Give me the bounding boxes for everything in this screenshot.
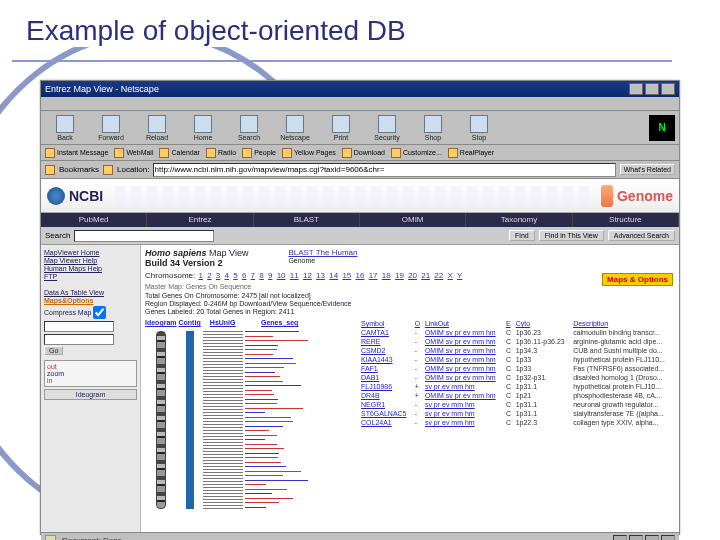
close-button[interactable] (661, 83, 675, 95)
track-contig[interactable]: Contig (179, 319, 201, 509)
url-input[interactable] (153, 163, 615, 177)
chrom-link-18[interactable]: 18 (382, 271, 391, 280)
chrom-link-21[interactable]: 21 (421, 271, 430, 280)
ncbi-tabbar: PubMed Entrez BLAST OMIM Taxonomy Struct… (41, 213, 679, 227)
chrom-link-4[interactable]: 4 (225, 271, 229, 280)
chrom-link-7[interactable]: 7 (251, 271, 255, 280)
maps-options-button[interactable]: Maps & Options (602, 273, 673, 286)
search-button[interactable]: Search (229, 115, 269, 141)
chrom-link-22[interactable]: 22 (434, 271, 443, 280)
table-header[interactable]: Cyto (514, 319, 571, 328)
chrom-link-5[interactable]: 5 (233, 271, 237, 280)
chrom-link-2[interactable]: 2 (207, 271, 211, 280)
back-button[interactable]: Back (45, 115, 85, 141)
bookmarks-label[interactable]: Bookmarks (59, 165, 99, 174)
track-hsunig[interactable]: HsUniG (203, 319, 243, 509)
tab-entrez[interactable]: Entrez (147, 213, 253, 227)
people-link[interactable]: People (242, 148, 276, 158)
netscape-button[interactable]: Netscape (275, 115, 315, 141)
customize-link[interactable]: Customize... (391, 148, 442, 158)
chrom-link-X[interactable]: X (448, 271, 453, 280)
reload-button[interactable]: Reload (137, 115, 177, 141)
chrom-link-8[interactable]: 8 (259, 271, 263, 280)
blast-human-link[interactable]: BLAST The Human (288, 248, 357, 257)
sidebar-go-button[interactable]: Go (44, 346, 63, 355)
bookmarks-icon[interactable] (45, 165, 55, 175)
zoom-in-label[interactable]: in (47, 377, 134, 384)
sidebar-input-2[interactable] (44, 334, 114, 345)
tab-omim[interactable]: OMIM (360, 213, 466, 227)
tab-taxonomy[interactable]: Taxonomy (466, 213, 572, 227)
contig-graphic[interactable] (186, 331, 194, 509)
chrom-link-11[interactable]: 11 (290, 271, 299, 280)
advanced-search-button[interactable]: Advanced Search (608, 230, 675, 241)
instant-message-link[interactable]: Instant Message (45, 148, 108, 158)
compress-map-checkbox[interactable] (93, 306, 106, 319)
chrom-link-12[interactable]: 12 (303, 271, 312, 280)
chrom-link-1[interactable]: 1 (198, 271, 202, 280)
chrom-link-16[interactable]: 16 (356, 271, 365, 280)
chrom-link-9[interactable]: 9 (268, 271, 272, 280)
sidebar-human-maps-help[interactable]: Human Maps Help (44, 265, 137, 272)
find-in-view-button[interactable]: Find in This View (539, 230, 604, 241)
stop-button[interactable]: Stop (459, 115, 499, 141)
forward-button[interactable]: Forward (91, 115, 131, 141)
chrom-link-15[interactable]: 15 (342, 271, 351, 280)
minimize-button[interactable] (629, 83, 643, 95)
sidebar-data-table-view[interactable]: Data As Table View (44, 289, 137, 296)
chrom-link-14[interactable]: 14 (329, 271, 338, 280)
chrom-link-13[interactable]: 13 (316, 271, 325, 280)
download-link[interactable]: Download (342, 148, 385, 158)
realplayer-link[interactable]: RealPlayer (448, 148, 494, 158)
status-icon-4[interactable] (661, 535, 675, 541)
chrom-link-6[interactable]: 6 (242, 271, 246, 280)
shop-button[interactable]: Shop (413, 115, 453, 141)
genes-seq-graphic[interactable] (245, 331, 315, 509)
security-button[interactable]: Security (367, 115, 407, 141)
chrom-link-17[interactable]: 17 (369, 271, 378, 280)
table-header[interactable]: E (504, 319, 514, 328)
stats-total-genes: Total Genes On Chromosome: 2475 [all not… (145, 292, 675, 299)
tab-structure[interactable]: Structure (573, 213, 679, 227)
calendar-link[interactable]: Calendar (159, 148, 199, 158)
header-graphic (115, 186, 589, 206)
browser-menubar[interactable] (41, 97, 679, 111)
chrom-link-10[interactable]: 10 (277, 271, 286, 280)
track-genes-seq[interactable]: Genes_seq (245, 319, 315, 509)
radio-link[interactable]: Radio (206, 148, 236, 158)
ideogram-graphic[interactable] (156, 331, 166, 509)
status-icon-2[interactable] (629, 535, 643, 541)
track-ideogram[interactable]: Ideogram (145, 319, 177, 509)
ncbi-logo[interactable]: NCBI (47, 187, 103, 205)
sidebar-mapviewer-home[interactable]: MapViewer Home (44, 249, 137, 256)
chrom-link-20[interactable]: 20 (408, 271, 417, 280)
chrom-link-19[interactable]: 19 (395, 271, 404, 280)
sidebar-input-1[interactable] (44, 321, 114, 332)
table-header[interactable]: LinkOut (423, 319, 504, 328)
genome-logo[interactable]: Genome (601, 185, 673, 207)
table-header[interactable]: O (413, 319, 423, 328)
sidebar-ftp[interactable]: FTP (44, 273, 137, 280)
security-lock-icon[interactable] (45, 535, 56, 540)
chrom-link-3[interactable]: 3 (216, 271, 220, 280)
search-input[interactable] (74, 230, 214, 242)
find-button[interactable]: Find (509, 230, 535, 241)
tab-pubmed[interactable]: PubMed (41, 213, 147, 227)
sidebar-maps-options[interactable]: Maps&Options (44, 297, 137, 304)
zoom-out-label[interactable]: out (47, 363, 134, 370)
table-header[interactable]: Symbol (359, 319, 413, 328)
status-icon-1[interactable] (613, 535, 627, 541)
sidebar-mapviewer-help[interactable]: Map Viewer Help (44, 257, 137, 264)
table-header[interactable]: Description (571, 319, 675, 328)
zoom-control[interactable]: out zoom in (44, 360, 137, 387)
home-button[interactable]: Home (183, 115, 223, 141)
whats-related-button[interactable]: What's Related (620, 164, 675, 175)
webmail-link[interactable]: WebMail (114, 148, 153, 158)
chrom-link-Y[interactable]: Y (457, 271, 462, 280)
maximize-button[interactable] (645, 83, 659, 95)
hsunig-graphic[interactable] (203, 331, 243, 509)
tab-blast[interactable]: BLAST (254, 213, 360, 227)
yellowpages-link[interactable]: Yellow Pages (282, 148, 336, 158)
print-button[interactable]: Print (321, 115, 361, 141)
status-icon-3[interactable] (645, 535, 659, 541)
